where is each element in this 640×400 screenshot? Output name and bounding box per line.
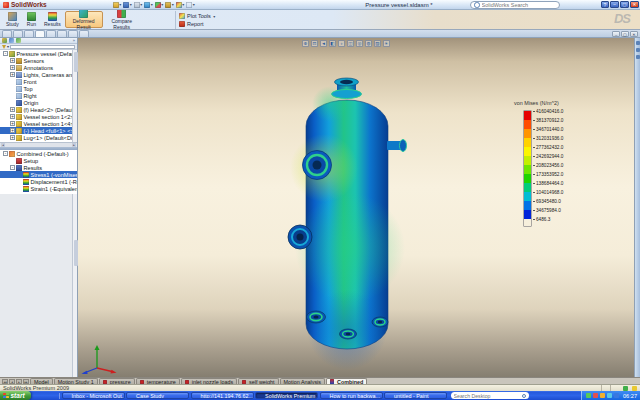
tray-icon[interactable] [614, 393, 619, 398]
tray-icon[interactable] [607, 393, 612, 398]
apply-scene-icon[interactable]: ▨ [374, 40, 381, 47]
show-desktop-icon[interactable] [50, 393, 56, 399]
new-document-icon[interactable]: ▾ [113, 2, 122, 8]
tree-expander[interactable]: - [3, 151, 8, 156]
tree-item[interactable]: + (f) Head<2> (Default<<Display Sta [0, 106, 77, 113]
command-small-button[interactable]: Report [179, 21, 215, 27]
tree-item[interactable]: Top [0, 85, 77, 92]
search-magnifier-icon[interactable] [522, 394, 526, 398]
tab-scroll-last-icon[interactable]: ▸▸ [23, 379, 29, 384]
tab-scroll-left-icon[interactable]: ◂ [9, 379, 15, 384]
task-button[interactable]: Case Study [126, 392, 189, 399]
tab-scroll-right-icon[interactable]: ▸ [16, 379, 22, 384]
task-button[interactable]: untitled - Paint [384, 392, 447, 399]
command-small-button[interactable]: Plot Tools ▾ [179, 13, 215, 19]
tree-expander[interactable]: - [3, 51, 8, 56]
tree-item[interactable]: + (-) Head <full<1> <> (Default [0, 127, 77, 134]
ribbon-tab[interactable] [57, 30, 67, 37]
solidworks-search-box[interactable] [470, 1, 560, 9]
desktop-search-input[interactable] [454, 393, 522, 399]
tray-icon[interactable] [600, 393, 605, 398]
tree-item[interactable]: - Pressure vessel (Default<Display Stat [0, 50, 77, 57]
configurationmanager-tab-icon[interactable] [16, 38, 21, 43]
tray-icon[interactable] [593, 393, 598, 398]
study-tree-item[interactable]: Strain1 (-Equivalent-) [0, 185, 77, 192]
command-button[interactable]: Study [2, 11, 23, 28]
undo-icon[interactable]: ▾ [155, 2, 164, 8]
tree-expander[interactable]: + [10, 72, 15, 77]
ie-quicklaunch-icon[interactable] [34, 393, 40, 399]
tree-item[interactable]: + Vessel section 1<2> (Default<<Dis [0, 113, 77, 120]
zoom-fit-icon[interactable]: ⊕ [302, 40, 309, 47]
panel-chevron-icon[interactable]: » [73, 38, 75, 43]
study-tree-item[interactable]: Stress1 (-vonMises-) [0, 171, 77, 178]
print-icon[interactable]: ▾ [144, 2, 153, 8]
filter-funnel-icon[interactable] [2, 45, 6, 49]
tree-item[interactable]: + Vessel section 1<4> <> (Default< [0, 120, 77, 127]
edit-appearance-icon[interactable]: ◍ [365, 40, 372, 47]
task-pane-icon[interactable] [636, 55, 640, 59]
zoom-area-icon[interactable]: ⊡ [311, 40, 318, 47]
outlook-quicklaunch-icon[interactable] [42, 393, 48, 399]
help-button[interactable]: ? [601, 1, 609, 8]
command-button[interactable]: Deformed Result [65, 11, 103, 28]
graphics-viewport[interactable]: ⊕⊡◄◧⌖◫◎◍▨✳ von Mises (N/m^2) 416040416.0… [78, 38, 634, 377]
display-style-icon[interactable]: ◫ [347, 40, 354, 47]
tree-expander[interactable]: + [10, 121, 15, 126]
tree-item[interactable]: + Lights, Cameras and Scene [0, 71, 77, 78]
ribbon-tab[interactable] [68, 30, 78, 37]
task-pane-strip[interactable] [634, 38, 640, 377]
tree-expander[interactable]: + [10, 135, 15, 140]
appearance-icon[interactable]: ▾ [186, 2, 195, 8]
ribbon-tab[interactable] [2, 30, 12, 37]
ribbon-tab[interactable] [35, 30, 45, 37]
command-button[interactable]: Run [23, 11, 40, 28]
ribbon-tab[interactable] [13, 30, 23, 37]
tree-expander[interactable]: + [10, 107, 15, 112]
tree-item[interactable]: Origin [0, 99, 77, 106]
command-button[interactable]: Results [40, 11, 65, 28]
task-pane-icon[interactable] [636, 41, 640, 45]
tree-item[interactable]: + Annotations [0, 64, 77, 71]
tree-scrollbar[interactable] [72, 50, 77, 142]
tab-scroll-first-icon[interactable]: ◂◂ [2, 379, 8, 384]
open-icon[interactable]: ▾ [123, 2, 132, 8]
panel-scrollbar[interactable] [72, 194, 77, 377]
tree-expander[interactable]: + [10, 58, 15, 63]
rebuild-icon[interactable]: ▾ [165, 2, 174, 8]
doc-minimize-button[interactable]: – [612, 31, 620, 37]
close-button[interactable]: ✕ [630, 1, 639, 8]
search-input[interactable] [482, 2, 557, 8]
save-icon[interactable]: ▾ [134, 2, 143, 8]
ribbon-tab[interactable] [46, 30, 56, 37]
section-view-icon[interactable]: ◧ [329, 40, 336, 47]
task-button[interactable]: SolidWorks Premium 2... [255, 392, 318, 399]
tree-item[interactable]: Front [0, 78, 77, 85]
task-button[interactable]: Inbox - Microsoft Out... [62, 392, 125, 399]
doc-restore-button[interactable]: ▢ [621, 31, 629, 37]
doc-close-button[interactable]: ✕ [630, 31, 638, 37]
tree-expander[interactable]: - [10, 165, 15, 170]
command-button[interactable]: Compare Results [103, 11, 141, 28]
tree-item[interactable]: Right [0, 92, 77, 99]
start-button[interactable]: start [0, 391, 31, 400]
tree-expander[interactable]: + [10, 128, 15, 133]
tree-item[interactable]: + Lug<1> (Default<Display State-1 [0, 134, 77, 141]
study-tree-item[interactable]: Setup [0, 157, 77, 164]
tree-expander[interactable]: + [10, 65, 15, 70]
propertymanager-tab-icon[interactable] [9, 38, 14, 43]
minimize-button[interactable]: – [610, 1, 619, 8]
edit-mode-icon[interactable] [632, 386, 637, 391]
study-tree-item[interactable]: - Results [0, 164, 77, 171]
task-pane-icon[interactable] [636, 48, 640, 52]
tray-icon[interactable] [586, 393, 591, 398]
view-settings-icon[interactable]: ✳ [383, 40, 390, 47]
tree-filter-input[interactable] [10, 45, 75, 49]
view-orientation-icon[interactable]: ⌖ [338, 40, 345, 47]
filter-caret-icon[interactable]: ▾ [7, 44, 9, 49]
task-button[interactable]: http://141.194.76.62... [191, 392, 254, 399]
task-button[interactable]: How to run backwa... [320, 392, 383, 399]
study-tree-item[interactable]: Displacement1 (-Res disp-) [0, 178, 77, 185]
desktop-search-box[interactable] [451, 392, 529, 399]
tree-expander[interactable]: + [10, 114, 15, 119]
